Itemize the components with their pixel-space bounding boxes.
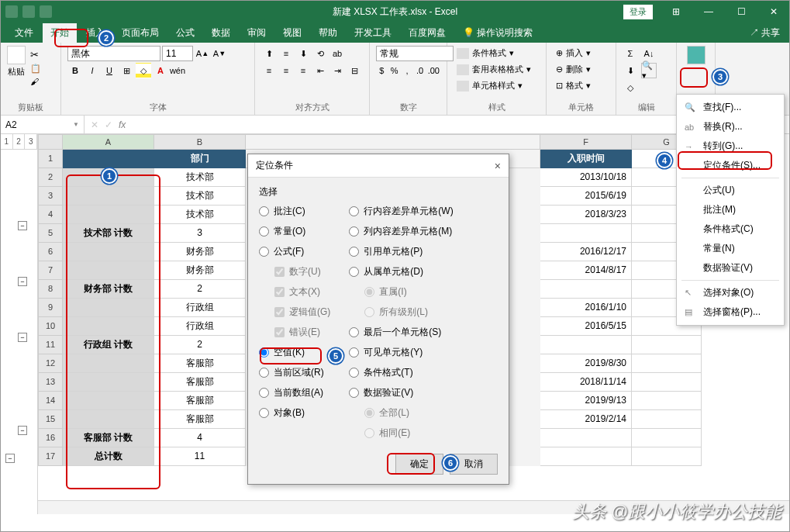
cell[interactable]: 2015/6/19 (540, 187, 632, 206)
outline-collapse-button[interactable]: − (18, 277, 27, 286)
fx-icon[interactable]: fx (119, 119, 126, 130)
format-painter-icon[interactable]: 🖌 (30, 77, 41, 86)
font-name-select[interactable] (67, 46, 160, 61)
cell[interactable] (63, 299, 154, 317)
align-left-icon[interactable]: ≡ (261, 63, 277, 78)
increase-indent-icon[interactable]: ⇥ (329, 63, 345, 78)
row-header[interactable]: 16 (38, 429, 63, 447)
close-icon[interactable]: ✕ (758, 1, 789, 22)
menu-goto[interactable]: →转到(G)... (677, 136, 784, 156)
phonetic-button[interactable]: wén (170, 63, 185, 78)
menu-constants[interactable]: 常量(N) (677, 239, 784, 258)
tab-help[interactable]: 帮助 (311, 23, 345, 43)
sort-filter-icon[interactable]: A↓ (641, 46, 657, 61)
outline-collapse-button[interactable]: − (18, 221, 27, 230)
radio-blanks[interactable]: 空值(K) (259, 346, 330, 359)
cell[interactable] (63, 206, 154, 224)
share-button[interactable]: ↗ 共享 (750, 26, 780, 40)
tab-data[interactable]: 数据 (204, 23, 238, 43)
align-center-icon[interactable]: ≡ (278, 63, 294, 78)
outline-collapse-button[interactable]: − (5, 454, 15, 463)
chevron-down-icon[interactable]: ▼ (73, 121, 79, 128)
cell[interactable] (632, 336, 702, 354)
radio-last-cell[interactable]: 最后一个单元格(S) (349, 326, 453, 339)
cell[interactable]: 2013/10/18 (540, 168, 632, 187)
radio-dependents[interactable]: 从属单元格(D) (349, 265, 453, 278)
ok-button[interactable]: 确定 (395, 454, 443, 475)
tell-me[interactable]: 💡操作说明搜索 (463, 26, 533, 40)
tab-review[interactable]: 审阅 (240, 23, 274, 43)
cell[interactable]: 2019/9/13 (540, 392, 632, 410)
cell[interactable]: 2016/12/17 (540, 243, 632, 261)
cell[interactable]: 客服部 (154, 354, 246, 373)
row-header[interactable]: 9 (38, 299, 63, 317)
cell-header-hire[interactable]: 入职时间 (540, 150, 632, 168)
cell[interactable]: 11 (154, 447, 246, 466)
radio-validation[interactable]: 数据验证(V) (349, 386, 453, 399)
cell[interactable]: 2018/11/14 (540, 373, 632, 392)
radio-col-diff[interactable]: 列内容差异单元格(M) (349, 225, 453, 238)
row-header[interactable]: 15 (38, 410, 63, 429)
cell[interactable] (63, 317, 154, 336)
maximize-icon[interactable]: ☐ (726, 1, 757, 22)
cell[interactable] (632, 392, 702, 410)
cell[interactable] (632, 447, 702, 466)
menu-goto-special[interactable]: 定位条件(S)... (677, 156, 784, 175)
dialog-titlebar[interactable]: 定位条件 × (248, 154, 509, 178)
row-header[interactable]: 10 (38, 317, 63, 336)
radio-formulas[interactable]: 公式(F) (259, 245, 330, 258)
menu-selection-pane[interactable]: ▤选择窗格(P)... (677, 302, 784, 322)
decrease-font-icon[interactable]: A▼ (212, 46, 227, 61)
row-header[interactable]: 7 (38, 261, 63, 280)
cell[interactable]: 2014/8/17 (540, 261, 632, 280)
format-table-button[interactable]: 套用表格格式 ▾ (454, 62, 540, 77)
bold-button[interactable]: B (67, 63, 83, 78)
login-button[interactable]: 登录 (623, 5, 653, 19)
font-color-button[interactable]: A (153, 63, 168, 78)
cell[interactable]: 2019/8/30 (540, 354, 632, 373)
cell[interactable]: 总计数 (63, 447, 154, 466)
fill-color-button[interactable]: ◇ (136, 63, 151, 78)
radio-objects[interactable]: 对象(B) (259, 406, 330, 420)
merge-center-icon[interactable]: ⊟ (347, 63, 362, 78)
outline-collapse-button[interactable]: − (18, 426, 27, 435)
cell[interactable]: 行政组 (154, 299, 246, 317)
cell[interactable] (540, 429, 632, 447)
tab-view[interactable]: 视图 (275, 23, 309, 43)
minimize-icon[interactable]: — (693, 1, 724, 22)
row-header[interactable]: 5 (38, 224, 63, 243)
radio-constants[interactable]: 常量(O) (259, 225, 330, 238)
align-right-icon[interactable]: ≡ (295, 63, 311, 78)
percent-icon[interactable]: % (388, 63, 399, 78)
menu-formulas[interactable]: 公式(U) (677, 181, 784, 200)
copy-icon[interactable]: 📋 (30, 64, 41, 74)
menu-cond-format[interactable]: 条件格式(C) (677, 219, 784, 239)
undo-icon[interactable] (22, 5, 35, 18)
menu-find[interactable]: 🔍查找(F)... (677, 98, 784, 117)
enter-formula-icon[interactable]: ✓ (105, 119, 112, 130)
tab-developer[interactable]: 开发工具 (347, 23, 399, 43)
row-header[interactable]: 8 (38, 280, 63, 299)
row-header[interactable]: 14 (38, 392, 63, 410)
cell[interactable]: 2 (154, 280, 246, 299)
cell[interactable]: 4 (154, 429, 246, 447)
cell[interactable]: 2016/5/15 (540, 317, 632, 336)
cell[interactable]: 客服部 计数 (63, 429, 154, 447)
tab-baidu[interactable]: 百度网盘 (401, 23, 454, 43)
number-format-select[interactable] (376, 46, 454, 61)
border-button[interactable]: ⊞ (119, 63, 134, 78)
row-header[interactable]: 11 (38, 336, 63, 354)
cell[interactable]: 2018/3/23 (540, 206, 632, 224)
font-size-select[interactable] (162, 46, 193, 61)
insert-cells-button[interactable]: ⊕插入 ▾ (553, 46, 609, 60)
cell[interactable] (540, 336, 632, 354)
cell-styles-button[interactable]: 单元格样式 ▾ (454, 78, 540, 93)
outline-level-1[interactable]: 1 (1, 134, 13, 149)
radio-current-region[interactable]: 当前区域(R) (259, 366, 330, 379)
currency-icon[interactable]: $ (376, 63, 387, 78)
cell[interactable] (540, 280, 632, 299)
save-icon[interactable] (5, 5, 18, 18)
clear-icon[interactable]: ◇ (623, 80, 638, 95)
cell[interactable]: 2016/1/10 (540, 299, 632, 317)
cut-icon[interactable]: ✂ (30, 49, 41, 60)
